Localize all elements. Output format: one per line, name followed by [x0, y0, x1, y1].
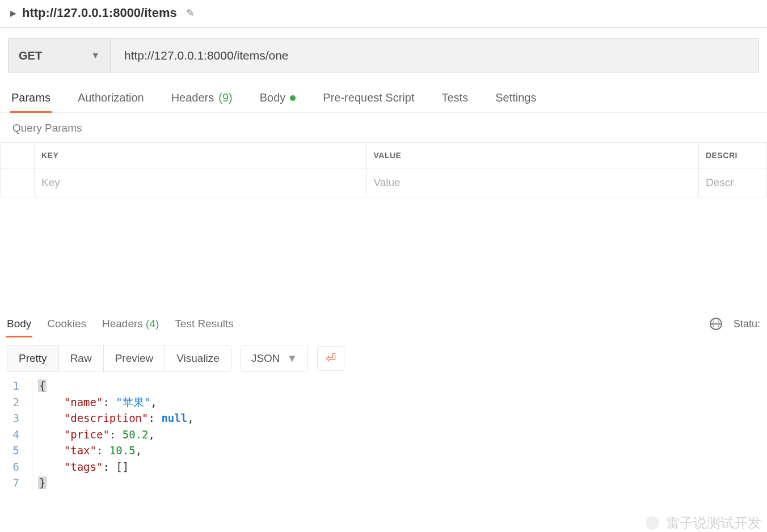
collapse-arrow-icon[interactable]: ▶	[10, 9, 16, 18]
http-method-select[interactable]: GET ▼	[8, 38, 110, 73]
column-description: DESCRI	[699, 143, 767, 168]
column-key: KEY	[35, 143, 367, 168]
response-meta: Statu:	[710, 318, 760, 330]
tab-headers-count: (9)	[218, 91, 232, 104]
value-input[interactable]	[374, 176, 692, 189]
tab-headers-label: Headers	[171, 91, 214, 104]
code-line: 3 "description": null,	[9, 410, 761, 427]
tab-body[interactable]: Body	[260, 83, 296, 112]
line-number: 7	[9, 475, 32, 491]
code-line: 2 "name": "苹果",	[9, 394, 761, 411]
checkbox-cell[interactable]	[1, 168, 35, 197]
line-number: 1	[9, 378, 32, 394]
view-mode-preview[interactable]: Preview	[103, 345, 165, 371]
tab-body-label: Body	[260, 91, 286, 104]
format-select[interactable]: JSON ▼	[241, 345, 309, 372]
query-params-label: Query Params	[0, 113, 767, 142]
tab-tests[interactable]: Tests	[441, 83, 468, 112]
code-line: 6 "tags": []	[9, 459, 761, 475]
tab-pre-request[interactable]: Pre-request Script	[323, 83, 414, 112]
divider	[0, 27, 767, 28]
edit-icon[interactable]: ✎	[186, 7, 195, 19]
spacer	[0, 197, 767, 311]
http-method-value: GET	[19, 49, 42, 62]
code-line: 4 "price": 50.2,	[9, 427, 761, 443]
request-title-bar: ▶ http://127.0.0.1:8000/items ✎	[0, 0, 767, 27]
table-row	[1, 168, 767, 197]
response-tab-body[interactable]: Body	[7, 311, 31, 337]
view-mode-raw[interactable]: Raw	[58, 345, 103, 371]
query-params-table: KEY VALUE DESCRI	[0, 142, 767, 197]
tab-headers[interactable]: Headers (9)	[171, 83, 233, 112]
watermark-text: 雷子说测试开发	[666, 514, 761, 532]
response-tab-headers-label: Headers	[102, 318, 143, 330]
view-mode-group: Pretty Raw Preview Visualize	[7, 345, 231, 372]
request-url-input[interactable]: http://127.0.0.1:8000/items/one	[110, 38, 759, 73]
view-mode-visualize[interactable]: Visualize	[165, 345, 231, 371]
tab-authorization[interactable]: Authorization	[78, 83, 144, 112]
key-input[interactable]	[41, 176, 360, 189]
globe-icon[interactable]	[710, 318, 722, 330]
tab-params[interactable]: Params	[11, 83, 50, 112]
response-tab-headers[interactable]: Headers (4)	[102, 311, 159, 337]
chevron-down-icon: ▼	[287, 352, 298, 365]
request-row: GET ▼ http://127.0.0.1:8000/items/one	[8, 38, 759, 73]
line-number: 3	[9, 410, 32, 427]
code-line: 1{	[9, 378, 761, 394]
response-body-code[interactable]: 1{2 "name": "苹果",3 "description": null,4…	[0, 377, 767, 497]
wrap-lines-button[interactable]: ⏎	[317, 346, 344, 371]
column-value: VALUE	[366, 143, 699, 168]
line-number: 5	[9, 442, 32, 459]
response-tab-headers-count: (4)	[146, 318, 159, 330]
tab-settings[interactable]: Settings	[495, 83, 536, 112]
description-input[interactable]	[706, 176, 760, 189]
watermark: 雷子说测试开发	[646, 514, 761, 532]
status-label: Statu:	[734, 318, 760, 330]
response-tab-test-results[interactable]: Test Results	[175, 311, 233, 337]
code-line: 5 "tax": 10.5,	[9, 442, 761, 459]
response-header-row: Body Cookies Headers (4) Test Results St…	[0, 311, 767, 337]
code-line: 7}	[9, 475, 761, 491]
body-indicator-dot-icon	[290, 95, 296, 101]
response-tabs: Body Cookies Headers (4) Test Results	[7, 311, 234, 337]
response-tab-cookies[interactable]: Cookies	[47, 311, 86, 337]
request-title: http://127.0.0.1:8000/items	[22, 6, 177, 20]
line-number: 6	[9, 459, 32, 475]
chevron-down-icon: ▼	[91, 50, 100, 61]
view-mode-pretty[interactable]: Pretty	[7, 345, 58, 371]
request-tabs: Params Authorization Headers (9) Body Pr…	[0, 83, 767, 113]
request-url-value: http://127.0.0.1:8000/items/one	[124, 49, 289, 62]
wrap-lines-icon: ⏎	[326, 352, 336, 365]
line-number: 4	[9, 427, 32, 443]
line-number: 2	[9, 394, 32, 411]
format-select-value: JSON	[251, 352, 280, 365]
response-controls: Pretty Raw Preview Visualize JSON ▼ ⏎	[0, 337, 767, 377]
column-checkbox	[1, 143, 35, 168]
